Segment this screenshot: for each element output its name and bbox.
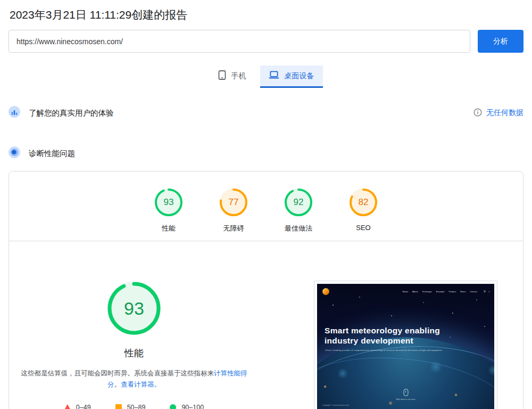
score-gauge-accessibility[interactable]: 77 无障碍 [210, 187, 257, 233]
site-hero-subheading: China's leading provider of comprehensiv… [325, 349, 485, 351]
site-screenshot-column: Home About Technique Example Product New… [314, 281, 497, 409]
site-nav: Home About Technique Example Product New… [402, 290, 490, 293]
legend-item-fail: 0–49 [64, 404, 91, 409]
lab-data-section-header: 诊断性能问题 [9, 146, 523, 160]
tab-desktop-label: 桌面设备 [285, 71, 314, 81]
performance-detail-section: 93 性能 这些都是估算值，且可能会因时而异。系统会直接基于这些指标来计算性能得… [9, 241, 523, 409]
score-value: 82 [348, 187, 378, 217]
search-icon: ⌕ [488, 290, 490, 293]
analyze-button[interactable]: 分析 [478, 30, 523, 53]
phone-icon [218, 70, 226, 81]
site-screenshot: Home About Technique Example Product New… [317, 284, 494, 409]
report-card: 93 性能 77 无障碍 92 最佳做法 [9, 171, 523, 409]
good-circle-icon [170, 404, 176, 409]
site-nav-item: Example [436, 290, 445, 293]
no-data-link[interactable]: 无任何数据 [473, 108, 523, 118]
field-section-title: 了解您的真实用户的体验 [29, 108, 114, 118]
no-data-label: 无任何数据 [486, 108, 523, 118]
lab-section-title: 诊断性能问题 [29, 149, 75, 159]
site-nav-item: Technique [422, 290, 432, 293]
score-value: 93 [154, 187, 184, 217]
score-gauge-seo[interactable]: 82 SEO [339, 187, 387, 233]
score-gauge-best-practices[interactable]: 92 最佳做法 [275, 187, 322, 233]
tab-desktop[interactable]: 桌面设备 [260, 66, 323, 88]
performance-summary-column: 93 性能 这些都是估算值，且可能会因时而异。系统会直接基于这些指标来计算性能得… [9, 281, 259, 409]
field-data-section-header: 了解您的真实用户的体验 无任何数据 [9, 106, 523, 120]
performance-score-label: 性能 [124, 347, 144, 359]
score-label: 无障碍 [223, 224, 244, 233]
tab-mobile[interactable]: 手机 [210, 66, 255, 88]
score-summary-row: 93 性能 77 无障碍 92 最佳做法 [9, 187, 523, 233]
legend-good-label: 90–100 [181, 404, 204, 409]
score-label: 最佳做法 [285, 224, 312, 233]
site-nav-item: News [460, 290, 466, 293]
average-square-icon [115, 404, 122, 409]
legend-item-good: 90–100 [170, 404, 204, 409]
score-gauge-performance[interactable]: 93 性能 [145, 187, 193, 233]
score-value: 77 [219, 187, 248, 217]
legend-average-label: 50–89 [127, 404, 146, 409]
site-nav-item: About [412, 290, 418, 293]
legend-fail-label: 0–49 [76, 404, 91, 409]
site-logo-icon [322, 288, 329, 295]
score-value: 92 [284, 187, 313, 217]
performance-score-value: 93 [106, 281, 162, 336]
laptop-icon [269, 71, 279, 81]
site-footer-text: Copyright © ninecosmosen.com [322, 404, 349, 406]
site-hero-heading: Smart meteorology enabling industry deve… [325, 325, 455, 346]
info-icon [473, 108, 482, 118]
score-legend: 0–49 50–89 90–100 [64, 404, 204, 409]
site-nav-item: Home [402, 290, 408, 293]
site-nav-item: Product [448, 290, 456, 293]
fail-triangle-icon [64, 404, 71, 409]
user-experience-icon [9, 106, 20, 120]
calculator-link[interactable]: 查看计算器。 [121, 381, 161, 388]
score-label: SEO [356, 224, 370, 232]
phone-contact-icon: ✆ [484, 290, 486, 293]
device-tabs: 手机 桌面设备 [0, 66, 532, 88]
page-title: 2023年3月21日 11:11:29创建的报告 [10, 7, 532, 22]
site-header: Home About Technique Example Product New… [322, 288, 490, 295]
url-analyzer-bar: 分析 [9, 30, 523, 53]
disclaimer-period: 。 [114, 381, 121, 388]
disclaimer-text: 这些都是估算值，且可能会因时而异。系统会直接基于这些指标来 [21, 370, 214, 377]
site-screenshot-thumbnail[interactable]: Home About Technique Example Product New… [314, 281, 497, 409]
legend-item-average: 50–89 [115, 404, 146, 409]
performance-big-gauge: 93 [106, 281, 162, 336]
scroll-mouse-icon [403, 389, 408, 396]
url-input[interactable] [9, 30, 470, 53]
score-label: 性能 [162, 224, 176, 233]
score-disclaimer: 这些都是估算值，且可能会因时而异。系统会直接基于这些指标来计算性能得分。查看计算… [16, 368, 253, 391]
tab-mobile-label: 手机 [231, 71, 246, 81]
site-nav-item: Contact [470, 290, 477, 293]
diagnose-icon [9, 146, 20, 160]
scroll-hint-text: Slide down to see more [396, 398, 415, 400]
